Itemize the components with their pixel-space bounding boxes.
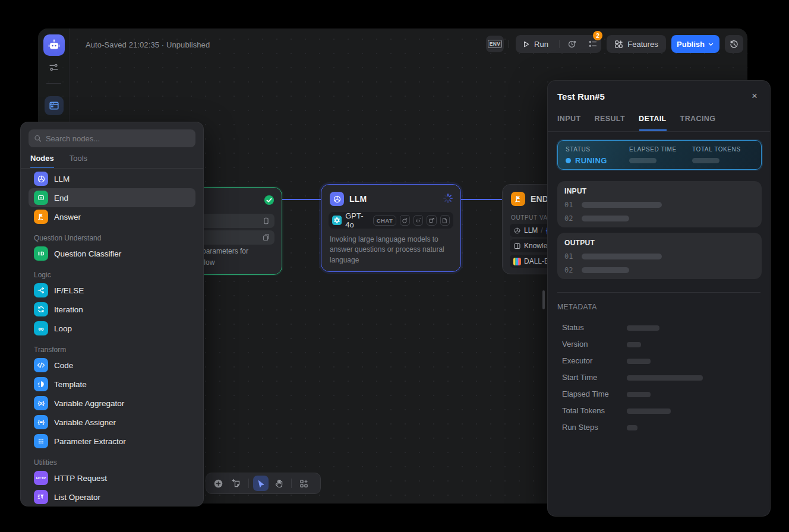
node-item-http-request[interactable]: HTTP HTTP Request: [29, 468, 195, 487]
llm-icon: [34, 172, 48, 186]
tab-result[interactable]: RESULT: [595, 115, 625, 123]
add-node-button[interactable]: [210, 476, 226, 491]
hand-mode-button[interactable]: [272, 476, 287, 491]
node-item-label: Variable Aggregator: [54, 399, 124, 408]
search-input[interactable]: [46, 134, 190, 143]
node-item-code[interactable]: Code: [29, 356, 195, 375]
output-skeleton: [582, 254, 662, 259]
topbar-separator: [509, 40, 509, 48]
start-node-description: parameters for flow: [202, 246, 248, 268]
play-icon: [522, 40, 530, 48]
close-icon[interactable]: ×: [747, 89, 762, 103]
dalle-icon: [513, 258, 521, 265]
node-search[interactable]: [29, 129, 195, 147]
rail-divider: [46, 83, 61, 84]
ifelse-icon: [34, 283, 48, 297]
metadata-row-total-tokens: Total Tokens: [562, 406, 760, 416]
toolbar-divider: [248, 479, 249, 488]
node-item-variable-assigner[interactable]: {=} Variable Assigner: [29, 413, 195, 432]
run-panel-tabs: INPUT RESULT DETAIL TRACING: [557, 115, 715, 123]
pointer-mode-button[interactable]: [253, 476, 269, 491]
tab-detail[interactable]: DETAIL: [639, 115, 667, 123]
node-item-question-classifier[interactable]: Question Classifier: [29, 244, 195, 263]
preview-window-icon[interactable]: [45, 96, 64, 115]
organize-nodes-button[interactable]: [296, 476, 311, 491]
canvas-toolbar: [206, 473, 321, 494]
metadata-skeleton: [627, 392, 651, 397]
node-item-label: LLM: [54, 175, 70, 183]
text-field-icon: [262, 217, 270, 225]
output-row: 02: [564, 266, 755, 274]
run-button[interactable]: Run: [516, 35, 555, 53]
status-label: STATUS: [566, 146, 591, 153]
env-button[interactable]: ENV: [486, 36, 504, 52]
env-label: ENV: [488, 40, 502, 48]
autosave-status: Auto-Saved 21:02:35 · Unpublished: [86, 40, 210, 49]
document-capability-icon: [440, 215, 450, 226]
publish-button[interactable]: Publish: [671, 35, 719, 53]
node-item-label: Question Classifier: [54, 249, 121, 258]
node-item-parameter-extractor[interactable]: Parameter Extractor: [29, 432, 195, 451]
tab-tools[interactable]: Tools: [70, 154, 87, 169]
answer-icon: [34, 210, 48, 224]
llm-node[interactable]: LLM GPT-4o CHAT: [321, 184, 461, 272]
features-button[interactable]: Features: [607, 35, 666, 53]
metadata-row-run-steps: Run Steps: [562, 423, 760, 432]
node-item-list-operator[interactable]: List Operator: [29, 487, 195, 506]
metadata-row-status: Status: [562, 323, 760, 332]
app-logo-robot-icon[interactable]: [43, 34, 65, 56]
end-node-flag-icon: [511, 192, 525, 206]
toolbar-divider: [291, 479, 292, 488]
node-item-label: Code: [54, 361, 73, 370]
tab-tracing[interactable]: TRACING: [680, 115, 716, 123]
run-label: Run: [534, 40, 548, 49]
running-dot-icon: [566, 158, 571, 163]
node-item-loop[interactable]: ∞ Loop: [29, 319, 195, 338]
node-item-variable-aggregator[interactable]: {x} Variable Aggregator: [29, 394, 195, 413]
total-tokens-skeleton: [692, 158, 719, 163]
add-note-button[interactable]: [229, 476, 244, 491]
llm-variable-icon: [513, 227, 521, 235]
node-item-template[interactable]: Template: [29, 375, 195, 394]
node-item-ifelse[interactable]: IF/ELSE: [29, 281, 195, 300]
history-icon: [729, 39, 739, 49]
metadata-skeleton: [627, 375, 703, 381]
canvas-scrollbar[interactable]: [542, 290, 545, 309]
robot-icon: [48, 39, 61, 52]
node-item-end[interactable]: End: [29, 188, 195, 207]
output-skeleton: [582, 267, 629, 273]
metadata-row-executor: Executor: [562, 356, 760, 366]
variable-aggregator-icon: {x}: [34, 396, 48, 410]
node-item-label: Loop: [54, 324, 72, 333]
active-tab-underline: [639, 129, 667, 131]
metadata-divider: [557, 292, 760, 293]
run-history-timer-button[interactable]: [564, 35, 580, 53]
node-item-iteration[interactable]: Iteration: [29, 300, 195, 319]
node-item-label: HTTP Request: [54, 474, 107, 483]
llm-node-description: Invoking large language models to answer…: [330, 235, 453, 265]
node-item-llm[interactable]: LLM: [29, 169, 195, 188]
features-icon: [614, 40, 623, 49]
knowledge-book-icon: [513, 242, 521, 250]
tab-input[interactable]: INPUT: [557, 115, 581, 123]
version-history-button[interactable]: [725, 35, 743, 53]
workflow-settings-icon[interactable]: [49, 62, 59, 72]
tabs-divider: [21, 168, 203, 169]
model-selector[interactable]: GPT-4o CHAT: [329, 212, 453, 229]
iteration-icon: [34, 302, 48, 316]
section-transform: Transform: [29, 344, 195, 356]
edge-start-to-llm: [282, 199, 321, 200]
run-group-divider: [559, 40, 560, 48]
chat-mode-badge: CHAT: [373, 216, 397, 226]
node-item-label: IF/ELSE: [54, 286, 84, 295]
list-operator-icon: [34, 490, 48, 504]
end-icon: [34, 191, 48, 205]
run-panel-title: Test Run#5: [557, 91, 605, 102]
input-skeleton: [582, 202, 662, 208]
run-status-card: STATUS ELAPSED TIME TOTAL TOKENS RUNING: [557, 140, 762, 170]
node-item-answer[interactable]: Answer: [29, 207, 195, 226]
tab-nodes[interactable]: Nodes: [30, 154, 54, 169]
input-skeleton: [582, 216, 629, 221]
input-row: 01: [564, 201, 755, 209]
vision-capability-icon: [400, 215, 409, 226]
